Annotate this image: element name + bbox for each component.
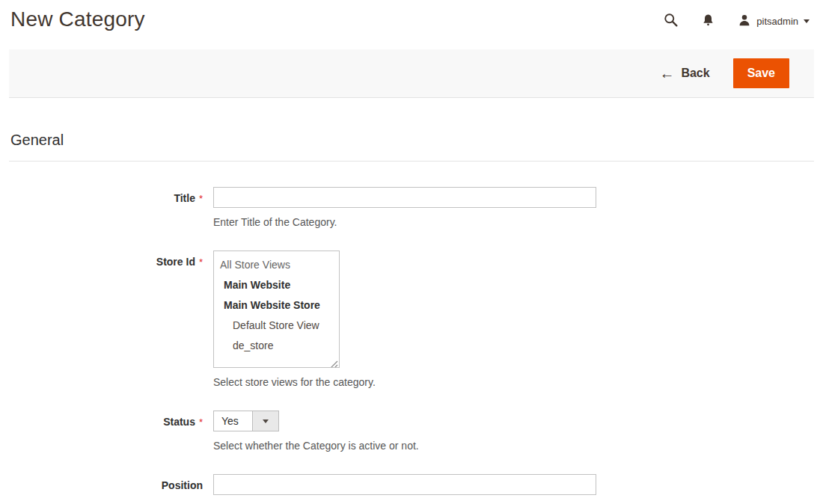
- store-id-label: Store Id: [156, 256, 195, 268]
- action-toolbar: ← Back Save: [9, 49, 814, 98]
- field-control: [213, 474, 596, 495]
- required-marker: *: [199, 256, 203, 268]
- field-row-position: Position: [0, 474, 823, 495]
- chevron-down-icon: [263, 420, 269, 423]
- search-button[interactable]: [663, 12, 679, 30]
- store-option-main-website-store[interactable]: Main Website Store: [214, 295, 339, 316]
- store-id-listbox[interactable]: All Store Views Main Website Main Websit…: [213, 251, 340, 368]
- store-option-all-store-views[interactable]: All Store Views: [214, 255, 339, 275]
- field-label-cell: Position: [0, 474, 203, 492]
- status-help-text: Select whether the Category is active or…: [213, 440, 419, 452]
- position-input[interactable]: [213, 474, 596, 495]
- search-icon: [663, 12, 679, 30]
- save-button[interactable]: Save: [733, 58, 789, 88]
- section-header: General: [9, 132, 814, 162]
- field-label-cell: Status*: [0, 411, 203, 428]
- field-control: Yes Select whether the Category is activ…: [213, 411, 419, 452]
- chevron-down-icon: [804, 19, 810, 23]
- field-control: All Store Views Main Website Main Websit…: [213, 251, 376, 388]
- field-label-cell: Store Id*: [0, 251, 203, 268]
- header-actions: pitsadmin: [663, 7, 810, 30]
- notifications-button[interactable]: [701, 13, 715, 30]
- notification-bell-icon: [701, 13, 715, 30]
- account-person-icon: [738, 13, 751, 29]
- status-select-dropdown-button[interactable]: [253, 411, 278, 431]
- required-marker: *: [199, 417, 203, 428]
- position-label: Position: [162, 479, 203, 491]
- store-option-main-website[interactable]: Main Website: [214, 275, 339, 295]
- title-input[interactable]: [213, 187, 596, 208]
- status-label: Status: [163, 416, 195, 428]
- title-help-text: Enter Title of the Category.: [213, 216, 596, 228]
- resize-grip-icon[interactable]: [330, 358, 338, 366]
- field-row-status: Status* Yes Select whether the Category …: [0, 411, 823, 452]
- page-title: New Category: [10, 7, 145, 31]
- title-label: Title: [174, 192, 195, 204]
- user-name: pitsadmin: [756, 16, 798, 27]
- store-option-de-store[interactable]: de_store: [214, 336, 339, 356]
- page-header: New Category: [0, 0, 823, 42]
- field-label-cell: Title*: [0, 187, 203, 205]
- required-marker: *: [199, 193, 203, 204]
- field-control: Enter Title of the Category.: [213, 187, 596, 228]
- section-title: General: [10, 132, 813, 149]
- status-select-value: Yes: [214, 411, 253, 431]
- back-button[interactable]: ← Back: [659, 66, 709, 81]
- store-id-help-text: Select store views for the category.: [213, 376, 376, 388]
- back-button-label: Back: [681, 67, 709, 80]
- store-option-default-store-view[interactable]: Default Store View: [214, 316, 339, 336]
- back-arrow-icon: ←: [659, 66, 674, 81]
- status-select[interactable]: Yes: [213, 411, 279, 431]
- field-row-title: Title* Enter Title of the Category.: [0, 187, 823, 228]
- field-row-store-id: Store Id* All Store Views Main Website M…: [0, 251, 823, 388]
- new-category-form: Title* Enter Title of the Category. Stor…: [0, 187, 823, 495]
- user-menu[interactable]: pitsadmin: [738, 13, 810, 29]
